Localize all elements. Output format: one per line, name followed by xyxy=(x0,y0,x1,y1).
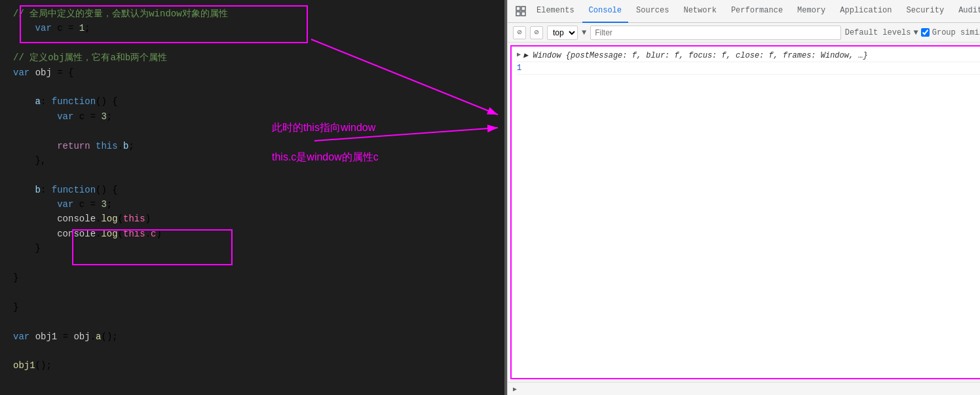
tab-application[interactable]: Application xyxy=(833,0,898,23)
tab-sources[interactable]: Sources xyxy=(630,0,675,23)
code-line-17: } xyxy=(13,241,491,255)
tab-audits[interactable]: Audits xyxy=(952,0,980,23)
console-filter-input[interactable] xyxy=(590,26,841,40)
default-levels-label: Default levels xyxy=(845,28,911,37)
code-line-6 xyxy=(13,80,491,94)
code-panel: // 全局中定义的变量，会默认为window对象的属性 var c = 1; /… xyxy=(0,0,504,395)
code-line-24 xyxy=(13,344,491,358)
console-levels: Default levels ▼ Group similar xyxy=(845,28,980,37)
levels-dropdown-icon[interactable]: ▼ xyxy=(914,28,918,37)
code-line-19: } xyxy=(13,271,491,285)
console-number-value: 1 xyxy=(517,64,521,73)
tab-console[interactable]: Console xyxy=(582,0,628,23)
console-window-value: ▶ Window {postMessage: f, blur: f, focus… xyxy=(523,50,868,60)
code-line-1: // 全局中定义的变量，会默认为window对象的属性 xyxy=(13,7,491,21)
annotation-this-c: this.c是window的属性c xyxy=(272,151,379,164)
console-clear-icon[interactable]: ⊘ xyxy=(513,26,526,39)
code-line-7: a: function() { xyxy=(13,94,491,109)
tab-security[interactable]: Security xyxy=(900,0,951,23)
tab-memory[interactable]: Memory xyxy=(791,0,832,23)
console-output-line-1: ▶ ▶ Window {postMessage: f, blur: f, foc… xyxy=(517,49,980,62)
code-line-10: return this.b; xyxy=(13,139,491,153)
code-line-18 xyxy=(13,256,491,271)
code-line-23: var obj1 = obj.a(); xyxy=(13,329,491,344)
console-bar: ⊘ ⊘ top ▼ Default levels ▼ Group similar xyxy=(508,23,980,43)
code-line-11: }, xyxy=(13,153,491,168)
group-similar-label: Group similar xyxy=(932,28,980,37)
code-line-16: console.log(this.c) xyxy=(13,227,491,241)
devtools-inspect-icon[interactable] xyxy=(513,3,529,19)
code-line-22 xyxy=(13,314,491,329)
console-output: ▶ ▶ Window {postMessage: f, blur: f, foc… xyxy=(510,45,980,379)
code-line-25: obj1(); xyxy=(13,358,491,373)
code-line-9 xyxy=(13,124,491,138)
console-output-line-2: 1 xyxy=(517,62,980,75)
bottom-triangle-icon[interactable]: ▶ xyxy=(513,385,517,393)
group-similar-checkbox[interactable] xyxy=(921,28,930,37)
devtools-toolbar: Elements Console Sources Network Perform… xyxy=(508,0,980,23)
annotation-this-window: 此时的this指向window xyxy=(272,121,375,135)
tab-performance[interactable]: Performance xyxy=(725,0,789,23)
svg-rect-3 xyxy=(516,7,520,10)
code-line-13: b: function() { xyxy=(13,183,491,197)
svg-rect-6 xyxy=(521,12,525,16)
code-line-15: console.log(this) xyxy=(13,212,491,226)
code-line-8: var c = 3; xyxy=(13,109,491,124)
devtools-bottom-bar: ▶ xyxy=(508,382,980,395)
svg-rect-4 xyxy=(521,7,525,10)
tab-elements[interactable]: Elements xyxy=(530,0,581,23)
code-line-3 xyxy=(13,36,491,50)
code-line-21: } xyxy=(13,300,491,314)
code-line-5: var obj = { xyxy=(13,66,491,80)
devtools-panel: Elements Console Sources Network Perform… xyxy=(507,0,980,395)
console-block-icon[interactable]: ⊘ xyxy=(530,26,543,39)
console-context-select[interactable]: top xyxy=(547,26,578,40)
svg-rect-5 xyxy=(516,12,520,16)
code-line-12 xyxy=(13,168,491,182)
code-line-14: var c = 3; xyxy=(13,197,491,212)
tab-network[interactable]: Network xyxy=(677,0,723,23)
expand-triangle-1[interactable]: ▶ xyxy=(517,50,521,58)
code-line-4: // 定义obj属性，它有a和b两个属性 xyxy=(13,50,491,65)
code-line-20 xyxy=(13,285,491,299)
code-line-2: var c = 1; xyxy=(13,21,491,35)
